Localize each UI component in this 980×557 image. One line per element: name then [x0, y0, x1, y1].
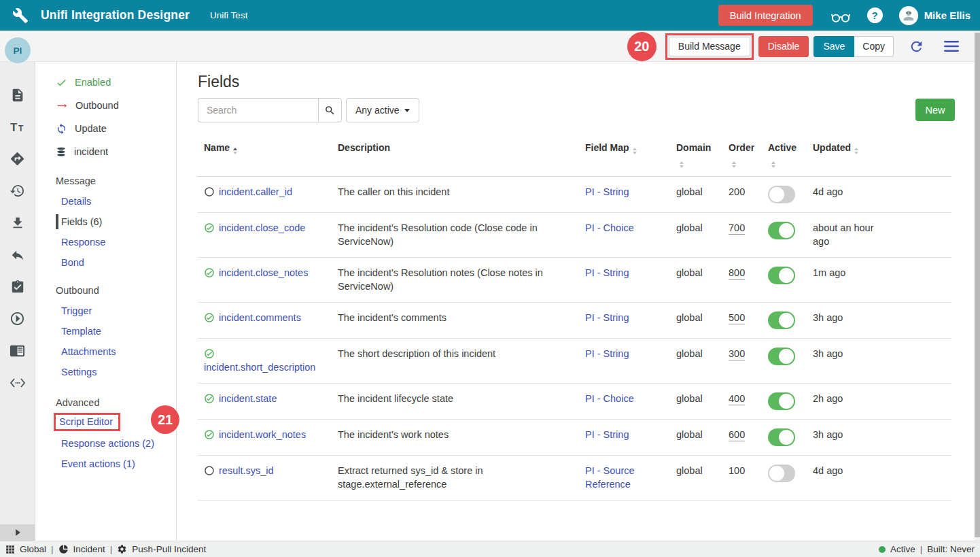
column-header-name[interactable]: Name [198, 133, 338, 176]
process-avatar[interactable]: PI [5, 37, 31, 63]
history-icon[interactable] [9, 182, 26, 199]
field-name-link[interactable]: incident.close_notes [219, 267, 308, 278]
svg-text:T: T [10, 121, 18, 134]
field-map-link[interactable]: PI - Source Reference [585, 465, 635, 490]
field-order[interactable]: 300 [729, 348, 745, 360]
column-header-active[interactable]: Active [761, 133, 806, 176]
disable-button[interactable]: Disable [758, 36, 809, 57]
nav-item-event-actions[interactable]: Event actions (1) [35, 454, 176, 474]
active-toggle[interactable] [768, 222, 795, 239]
statusbar-integration[interactable]: Push-Pull Incident [132, 544, 206, 554]
active-filter-dropdown[interactable]: Any active [346, 98, 419, 122]
nav-section-outbound: Outbound [35, 280, 176, 301]
user-menu[interactable]: Mike Ellis [899, 6, 970, 25]
field-map-link[interactable]: PI - String [585, 312, 629, 323]
field-map-link[interactable]: PI - Choice [585, 393, 634, 404]
build-integration-button[interactable]: Build Integration [718, 5, 813, 26]
download-icon[interactable] [9, 214, 26, 231]
nav-item-outbound-type[interactable]: Outbound [35, 94, 176, 117]
search-input[interactable] [198, 98, 318, 122]
active-toggle[interactable] [768, 186, 795, 203]
nav-item-incident-table[interactable]: incident [35, 140, 176, 163]
statusbar-context[interactable]: Global [20, 544, 46, 554]
active-toggle[interactable] [768, 392, 795, 410]
search-icon [324, 105, 336, 116]
field-order[interactable]: 700 [729, 222, 745, 235]
reader-icon[interactable] [9, 342, 26, 359]
text-format-icon[interactable]: TT [9, 118, 26, 135]
active-toggle[interactable] [768, 311, 795, 329]
field-name-link[interactable]: incident.short_description [204, 362, 315, 373]
table-row: incident.caller_id The caller on this in… [198, 177, 951, 213]
scrollbar-thumb[interactable] [975, 33, 980, 537]
nav-item-fields[interactable]: Fields (6) [35, 212, 176, 232]
field-name-link[interactable]: incident.state [219, 393, 277, 404]
field-updated: 4d ago [806, 456, 888, 500]
active-toggle[interactable] [768, 267, 795, 284]
directions-icon[interactable] [9, 150, 26, 167]
file-icon[interactable] [9, 86, 26, 103]
refresh-icon[interactable] [909, 39, 924, 54]
nav-item-details[interactable]: Details [35, 191, 176, 212]
field-order[interactable]: 800 [729, 267, 745, 280]
environment-name[interactable]: Unifi Test [210, 10, 247, 20]
glasses-icon[interactable] [830, 7, 851, 24]
user-avatar-icon [899, 6, 918, 25]
copy-button[interactable]: Copy [854, 36, 894, 57]
field-map-link[interactable]: PI - String [585, 348, 629, 359]
clipboard-check-icon[interactable] [9, 278, 26, 295]
active-toggle[interactable] [768, 428, 795, 446]
field-order[interactable]: 200 [729, 186, 745, 197]
active-toggle[interactable] [768, 465, 795, 482]
field-domain: global [669, 213, 722, 257]
field-order[interactable]: 400 [729, 393, 745, 405]
menu-icon[interactable] [943, 39, 960, 53]
field-map-link[interactable]: PI - String [585, 429, 629, 440]
statusbar-process[interactable]: Incident [73, 544, 105, 554]
nav-item-enabled[interactable]: Enabled [35, 71, 176, 94]
nav-item-attachments[interactable]: Attachments [35, 341, 176, 362]
field-order[interactable]: 600 [729, 429, 745, 441]
field-map-link[interactable]: PI - String [585, 186, 629, 197]
fields-table: Name Description Field Map Domain Order … [198, 133, 951, 501]
nav-item-settings[interactable]: Settings [35, 362, 176, 382]
field-name-link[interactable]: incident.close_code [219, 222, 305, 233]
field-order[interactable]: 100 [729, 465, 745, 476]
column-header-order[interactable]: Order [722, 133, 761, 176]
field-map-link[interactable]: PI - Choice [585, 222, 634, 233]
field-map-link[interactable]: PI - String [585, 267, 629, 278]
table-row: incident.short_description The short des… [198, 339, 951, 384]
grid-icon [5, 545, 15, 554]
nav-item-trigger[interactable]: Trigger [35, 301, 176, 321]
save-button[interactable]: Save [813, 36, 854, 57]
field-name-link[interactable]: incident.caller_id [219, 186, 292, 197]
nav-item-response[interactable]: Response [35, 232, 176, 252]
play-circle-icon[interactable] [9, 310, 26, 327]
build-message-button[interactable]: Build Message [669, 37, 750, 56]
reply-icon[interactable] [9, 246, 26, 263]
column-header-field-map[interactable]: Field Map [585, 133, 669, 176]
pie-icon [58, 544, 69, 554]
new-button[interactable]: New [915, 99, 955, 121]
active-toggle[interactable] [768, 348, 795, 365]
nav-item-update[interactable]: Update [35, 117, 176, 140]
field-domain: global [669, 420, 722, 455]
column-header-updated[interactable]: Updated [806, 133, 888, 176]
vertical-scrollbar[interactable] [975, 31, 980, 541]
field-order[interactable]: 500 [729, 312, 745, 324]
nav-section-message: Message [35, 171, 176, 191]
field-domain: global [669, 384, 722, 419]
search-button[interactable] [318, 98, 342, 122]
nav-item-script-editor[interactable]: Script Editor [59, 416, 113, 427]
field-name-link[interactable]: incident.comments [219, 312, 301, 323]
help-icon[interactable]: ? [867, 7, 883, 23]
field-name-link[interactable]: incident.work_notes [219, 429, 306, 440]
code-icon[interactable] [9, 374, 26, 391]
table-row: incident.close_code The incident's Resol… [198, 213, 951, 258]
column-header-domain[interactable]: Domain [669, 133, 722, 176]
nav-item-response-actions[interactable]: Response actions (2) [35, 433, 176, 454]
nav-item-bond[interactable]: Bond [35, 252, 176, 273]
sidebar-collapse-button[interactable] [0, 524, 35, 541]
field-name-link[interactable]: result.sys_id [219, 465, 274, 476]
nav-item-template[interactable]: Template [35, 321, 176, 341]
